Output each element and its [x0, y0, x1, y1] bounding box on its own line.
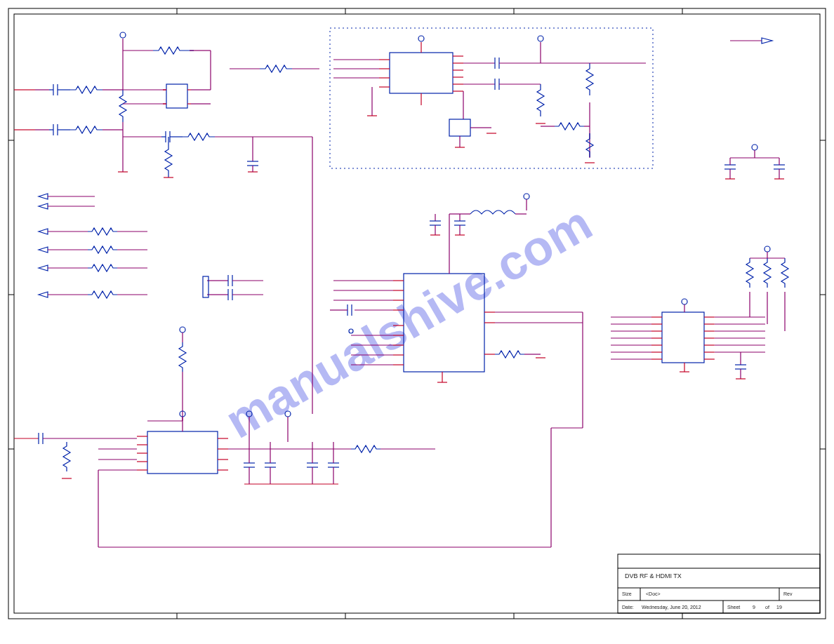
titleblock-doc: <Doc> — [646, 591, 661, 596]
top-left-block — [14, 32, 312, 414]
left-mid-pullup — [147, 327, 186, 421]
svg-rect-36 — [166, 84, 187, 108]
svg-marker-133 — [39, 292, 48, 297]
left-mid-ports — [39, 194, 147, 298]
svg-marker-124 — [39, 229, 48, 234]
titleblock-datelabel: Date: — [622, 605, 634, 610]
svg-point-91 — [538, 36, 543, 41]
svg-point-272 — [682, 299, 687, 304]
titleblock-sheetnum: 9 — [753, 605, 755, 610]
svg-marker-106 — [762, 38, 772, 43]
right-ic-block — [611, 299, 765, 379]
svg-rect-62 — [330, 28, 653, 168]
svg-point-281 — [764, 246, 770, 252]
svg-marker-130 — [39, 265, 48, 271]
titleblock-title: DVB RF & HDMI TX — [625, 572, 682, 579]
svg-rect-63 — [390, 53, 453, 93]
titleblock-sheetof: of — [765, 605, 769, 610]
svg-point-78 — [418, 36, 424, 41]
titleblock-size: Size — [622, 591, 632, 596]
titleblock-sheettotal: 19 — [776, 605, 782, 610]
right-pullups — [746, 246, 788, 331]
tuner-block — [14, 411, 551, 547]
svg-marker-120 — [39, 194, 48, 199]
titleblock-revlabel: Rev — [783, 591, 793, 596]
title-block: DVB RF & HDMI TX Size <Doc> Rev Date: We… — [618, 554, 820, 613]
top-right-port — [730, 38, 772, 43]
mid-cap-pair — [203, 275, 263, 300]
svg-rect-197 — [147, 431, 218, 474]
svg-marker-127 — [39, 247, 48, 253]
right-cap-pair — [724, 145, 785, 179]
svg-point-146 — [524, 194, 529, 199]
svg-rect-100 — [449, 119, 470, 136]
schematic-canvas: manualshive.com — [0, 0, 834, 644]
svg-point-107 — [752, 145, 757, 150]
svg-marker-122 — [39, 203, 48, 209]
top-mid-r — [230, 65, 319, 72]
titleblock-date: Wednesday, June 20, 2012 — [642, 605, 701, 610]
svg-point-193 — [180, 327, 185, 333]
svg-rect-244 — [662, 312, 704, 363]
titleblock-sheetlabel: Sheet — [727, 605, 740, 610]
svg-point-31 — [120, 32, 126, 38]
watermark: manualshive.com — [216, 196, 601, 449]
dashed-block — [330, 28, 653, 168]
